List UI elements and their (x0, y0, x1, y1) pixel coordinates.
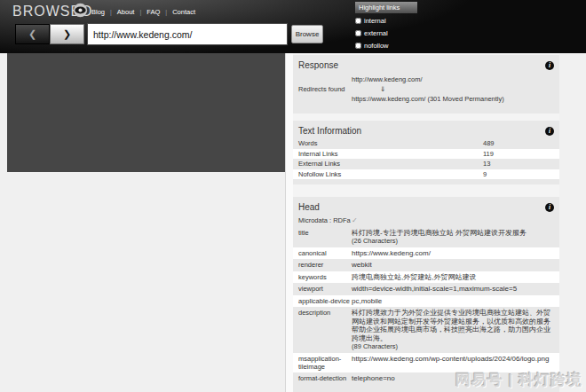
row-value: 9 (483, 170, 554, 178)
row-label: msapplication-tileimage (298, 355, 352, 371)
page-preview-area (0, 53, 293, 392)
table-row: External Links 13 (293, 159, 559, 169)
head-section: Head i Microdata : RDFa ✓ title 科灯跨境-专注于… (293, 197, 559, 392)
table-row: title 科灯跨境-专注于跨境电商独立站 外贸网站建设开发服务 (26 Cha… (293, 227, 559, 247)
header: BROWSEO Blog | About | FAQ | Contact ❮ ❯… (0, 0, 586, 53)
nav-separator: | (139, 9, 141, 15)
table-row: Words 489 (293, 138, 559, 149)
row-label: applicable-device (298, 297, 352, 306)
table-row: viewport width=device-width,initial-scal… (293, 283, 559, 295)
row-label: viewport (298, 285, 352, 294)
row-value: 跨境电商独立站,外贸建站,外贸网站建设 (352, 273, 554, 282)
external-checkbox[interactable] (355, 30, 361, 36)
checkbox-label: internal (364, 17, 386, 25)
browseo-eye-icon (73, 3, 88, 18)
table-row: keywords 跨境电商独立站,外贸建站,外贸网站建设 (293, 271, 559, 284)
section-title: Text Information (298, 126, 361, 136)
row-label: title (298, 229, 352, 246)
nav-contact[interactable]: Contact (172, 8, 195, 16)
row-value: 119 (483, 150, 554, 158)
row-label: Words (298, 139, 483, 147)
checkbox-label: nofollow (364, 42, 389, 50)
row-label: description (298, 309, 352, 351)
redirect-from: http://www.kedeng.com/ (352, 74, 504, 84)
table-row: Redirects found http://www.kedeng.com/ ⇓… (293, 73, 559, 106)
nav-blog[interactable]: Blog (91, 8, 105, 16)
text-information-section: Text Information i Words 489 Internal Li… (293, 121, 559, 184)
row-value: 13 (483, 160, 554, 168)
row-label: format-detection (298, 374, 352, 383)
row-value: width=device-width,initial-scale=1,maxim… (352, 285, 554, 294)
table-row: renderer webkit (293, 259, 559, 271)
highlight-option-nofollow[interactable]: nofollow (355, 40, 417, 51)
response-section: Response i Redirects found http://www.ke… (293, 55, 559, 114)
row-label: canonical (298, 249, 352, 258)
page-preview-placeholder (7, 53, 285, 172)
row-label: keywords (298, 273, 352, 282)
table-row: Microdata : RDFa ✓ (293, 215, 559, 227)
info-icon[interactable]: i (545, 203, 554, 212)
check-icon: ✓ (352, 216, 554, 225)
row-label: Microdata : RDFa (298, 216, 352, 225)
row-value: pc,mobile (352, 297, 554, 306)
internal-checkbox[interactable] (355, 18, 361, 24)
redirect-chain: http://www.kedeng.com/ ⇓ https://www.ked… (352, 74, 504, 104)
nofollow-checkbox[interactable] (355, 43, 361, 49)
highlight-option-internal[interactable]: internal (355, 15, 417, 26)
redirect-to: https://www.kedeng.com/ (301 Moved Perma… (352, 94, 504, 104)
watermark: 网易号 | 科灯跨境 (455, 370, 582, 390)
table-row: description 科灯跨境致力于为外贸企业提供专业跨境电商独立站建站、外贸… (293, 307, 559, 353)
forward-button[interactable]: ❯ (50, 24, 84, 44)
right-margin (559, 53, 586, 392)
checkbox-label: external (364, 29, 388, 37)
info-icon[interactable]: i (545, 127, 554, 136)
row-value: 科灯跨境-专注于跨境电商独立站 外贸网站建设开发服务 (26 Character… (352, 229, 554, 246)
nav-separator: | (110, 9, 112, 15)
nav-separator: | (165, 9, 167, 15)
highlight-option-external[interactable]: external (355, 27, 417, 38)
row-label: Nofollow Links (298, 170, 483, 178)
highlight-links-title: Highlight links (355, 2, 417, 13)
table-row: canonical https://www.kedeng.com/ (293, 247, 559, 260)
section-title: Response (298, 60, 338, 70)
browse-button[interactable]: Browse (291, 25, 323, 43)
nav-faq[interactable]: FAQ (146, 8, 160, 16)
table-row: Nofollow Links 9 (293, 169, 559, 180)
row-label: Internal Links (298, 150, 483, 158)
table-row: applicable-device pc,mobile (293, 295, 559, 308)
row-value: https://www.kedeng.com/ (352, 249, 554, 258)
back-button[interactable]: ❮ (15, 24, 50, 44)
row-label: Redirects found (298, 85, 352, 93)
section-title: Head (298, 202, 320, 212)
info-icon[interactable]: i (545, 61, 554, 70)
nav-about[interactable]: About (117, 8, 135, 16)
redirect-arrow-icon: ⇓ (352, 84, 504, 94)
forward-chevron-icon: ❯ (63, 28, 71, 39)
browseo-app: BROWSEO Blog | About | FAQ | Contact ❮ ❯… (0, 0, 586, 392)
preview-scrollbar[interactable] (285, 53, 293, 392)
row-value: 科灯跨境致力于为外贸企业提供专业跨境电商独立站建站、外贸网站建设和网站定制开发等… (352, 309, 554, 351)
row-value: 489 (483, 139, 554, 147)
row-value: webkit (352, 261, 554, 270)
table-row: Internal Links 119 (293, 149, 559, 160)
row-label: renderer (298, 261, 352, 270)
row-label: External Links (298, 160, 483, 168)
highlight-links-panel: Highlight links internal external nofoll… (355, 2, 417, 51)
seo-report-panel: Response i Redirects found http://www.ke… (293, 53, 559, 392)
back-chevron-icon: ❮ (28, 28, 36, 39)
row-value: https://www.kedeng.com/wp-content/upload… (352, 355, 554, 371)
top-nav: Blog | About | FAQ | Contact (91, 8, 195, 16)
url-input[interactable] (87, 23, 288, 45)
